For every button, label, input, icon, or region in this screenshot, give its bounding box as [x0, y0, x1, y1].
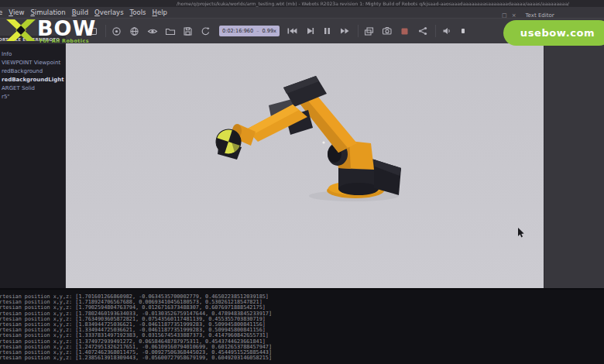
- menu-view[interactable]: View: [5, 9, 27, 16]
- robot-arm-render: [66, 43, 544, 288]
- save-icon[interactable]: [182, 26, 194, 37]
- dock-close-icon[interactable]: ×: [512, 12, 516, 19]
- speaker-icon[interactable]: [441, 26, 452, 37]
- tree-node-viewpoint[interactable]: VIEWPOINT Viewpoint: [0, 59, 65, 67]
- bow-logo-tagline: For All Robotics: [39, 38, 89, 44]
- share-icon[interactable]: [417, 26, 428, 37]
- menu-build[interactable]: Build: [69, 9, 91, 16]
- bow-x-icon: [6, 19, 36, 41]
- stop-icon[interactable]: [399, 26, 410, 37]
- tree-node-worldinfo[interactable]: Info: [0, 50, 65, 59]
- menu-simulation[interactable]: Simulation: [27, 9, 68, 16]
- viewport-3d[interactable]: [66, 43, 544, 288]
- console-line: artesian position x,y,z: [1.238561391830…: [0, 355, 604, 361]
- simulation-time-display: 0:02:16:960 – 0.99x: [219, 26, 280, 36]
- fast-forward-icon[interactable]: [339, 26, 351, 37]
- tree-node-background[interactable]: redBackground: [0, 67, 65, 76]
- speed-value: 0.99x: [262, 28, 276, 34]
- bow-logo-text: BOW: [37, 17, 96, 40]
- overlay-windows-icon[interactable]: [363, 26, 375, 37]
- rewind-icon[interactable]: [286, 26, 297, 37]
- toolbar-separator: [358, 25, 359, 37]
- window-title: /home/q/projects/kuka/worlds/arm_testing…: [0, 0, 604, 7]
- tree-node-background-light[interactable]: redBackgroundLight: [0, 76, 65, 84]
- console-panel[interactable]: artesian position x,y,z: [1.701601266860…: [0, 288, 604, 364]
- step-icon[interactable]: [304, 26, 315, 37]
- reload-world-icon[interactable]: [200, 26, 211, 37]
- eye-icon[interactable]: [146, 26, 158, 37]
- world-icon[interactable]: [129, 26, 140, 37]
- menu-overlays[interactable]: Overlays: [91, 9, 127, 16]
- menu-file[interactable]: File: [0, 9, 5, 16]
- scene-tree-panel[interactable]: Info VIEWPOINT Viewpoint redBackground r…: [0, 44, 66, 288]
- dock-restore-icon[interactable]: □: [502, 12, 507, 19]
- text-editor-panel[interactable]: [544, 43, 604, 288]
- tree-node-robot[interactable]: r5": [0, 93, 65, 101]
- movie-camera-icon[interactable]: [381, 26, 393, 37]
- dock-title: Text Editor: [526, 12, 554, 19]
- text-editor-dock-header: □ × Text Editor: [502, 12, 554, 19]
- mouse-cursor: [518, 228, 525, 238]
- toolbar-separator: [435, 25, 436, 37]
- usebow-badge-text: usebow.com: [520, 27, 595, 39]
- menu-tools[interactable]: Tools: [127, 9, 149, 16]
- time-speed-divider: –: [256, 28, 259, 34]
- bow-logo: BOW For All Robotics: [5, 17, 121, 45]
- time-value: 0:02:16:960: [222, 28, 253, 34]
- volume-slider-handle[interactable]: [462, 29, 465, 33]
- usebow-badge[interactable]: usebow.com: [503, 20, 604, 46]
- open-folder-icon[interactable]: [164, 26, 176, 37]
- menu-help[interactable]: Help: [149, 9, 170, 16]
- pause-icon[interactable]: [321, 26, 333, 37]
- tree-node-target-solid[interactable]: ARGET Solid: [0, 84, 65, 93]
